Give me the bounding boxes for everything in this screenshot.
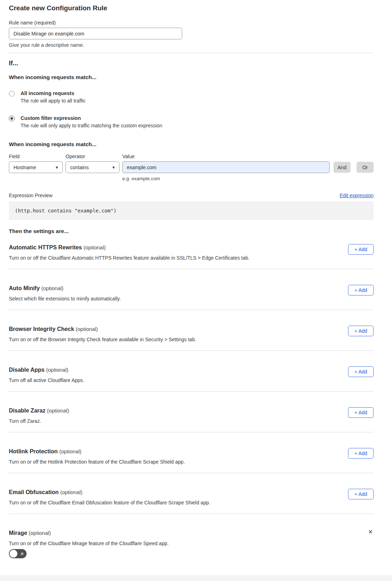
setting-title: Mirage (optional) (9, 530, 374, 536)
radio-option-label: Custom filter expression (21, 115, 162, 121)
setting-title: Hotlink Protection (optional) (9, 448, 374, 455)
toggle-knob (10, 550, 17, 558)
optional-tag: (optional) (76, 326, 98, 332)
section-divider (9, 53, 374, 53)
setting-title: Auto Minify (optional) (9, 285, 374, 292)
radio-selected-icon[interactable] (9, 116, 15, 121)
or-button[interactable]: Or (357, 162, 374, 173)
builder-heading: When incoming requests match... (9, 141, 374, 148)
rule-name-label: Rule name (required) (9, 20, 374, 26)
toggle-off-icon: ✕ (20, 552, 24, 556)
setting-disable-zaraz: Disable Zaraz (optional) Turn off Zaraz.… (9, 408, 374, 432)
setting-title: Email Obfuscation (optional) (9, 489, 374, 496)
value-help: e.g. example.com (122, 176, 374, 181)
optional-tag: (optional) (46, 367, 68, 373)
setting-hotlink-protection: Hotlink Protection (optional) Turn on or… (9, 448, 374, 473)
radio-option-custom-expression[interactable]: Custom filter expression The rule will o… (9, 115, 374, 128)
optional-tag: (optional) (29, 530, 51, 536)
chevron-down-icon: ▼ (55, 165, 59, 170)
field-select[interactable]: Hostname ▼ (9, 161, 63, 173)
radio-unselected-icon[interactable] (9, 91, 15, 96)
expression-preview-label: Expression Preview (9, 193, 52, 198)
setting-automatic-https-rewrites: Automatic HTTPS Rewrites (optional) Turn… (9, 244, 374, 269)
setting-description: Select which file extensions to minify a… (9, 296, 374, 301)
add-button[interactable]: + Add (348, 285, 374, 295)
setting-disable-apps: Disable Apps (optional) Turn off all act… (9, 367, 374, 392)
radio-option-all-requests[interactable]: All incoming requests The rule will appl… (9, 90, 374, 104)
radio-option-description: The rule will only apply to traffic matc… (21, 123, 162, 128)
setting-title: Disable Apps (optional) (9, 367, 374, 373)
setting-description: Turn on or off the Cloudflare Mirage fea… (9, 541, 374, 546)
value-input[interactable] (122, 161, 330, 173)
operator-select[interactable]: contains ▼ (66, 161, 119, 173)
optional-tag: (optional) (59, 448, 82, 454)
field-label: Field (9, 154, 66, 159)
page-title: Create new Configuration Rule (9, 4, 374, 12)
setting-title: Disable Zaraz (optional) (9, 408, 374, 414)
operator-label: Operator (66, 154, 122, 159)
setting-email-obfuscation: Email Obfuscation (optional) Turn on or … (9, 489, 374, 514)
mirage-toggle-off[interactable]: ✕ (9, 549, 27, 558)
add-button[interactable]: + Add (348, 489, 374, 499)
expression-preview-code: (http.host contains "example.com") (9, 201, 374, 220)
match-heading: When incoming requests match... (9, 74, 374, 81)
settings-heading: Then the settings are... (9, 228, 374, 234)
chevron-down-icon: ▼ (112, 165, 116, 170)
edit-expression-link[interactable]: Edit expression (340, 193, 374, 198)
add-button[interactable]: + Add (348, 244, 374, 255)
if-heading: If... (9, 60, 374, 67)
setting-mirage: Mirage (optional) ✕ Turn on or off the C… (9, 530, 374, 566)
setting-description: Turn off Zaraz. (9, 418, 374, 424)
optional-tag: (optional) (47, 408, 69, 414)
add-button[interactable]: + Add (348, 366, 374, 377)
radio-option-description: The rule will apply to all traffic (21, 98, 85, 104)
rule-name-help: Give your rule a descriptive name. (9, 42, 374, 48)
rule-name-input[interactable] (9, 28, 182, 39)
optional-tag: (optional) (84, 244, 106, 250)
create-configuration-rule-page: Create new Configuration Rule Rule name … (0, 0, 392, 581)
setting-title: Automatic HTTPS Rewrites (optional) (9, 244, 374, 251)
setting-title: Browser Integrity Check (optional) (9, 326, 374, 332)
setting-description: Turn on or off the Cloudflare Email Obfu… (9, 500, 374, 505)
setting-description: Turn on or off the Browser Integrity Che… (9, 337, 374, 342)
optional-tag: (optional) (41, 285, 64, 291)
footer-band (0, 575, 392, 581)
operator-select-value: contains (70, 165, 89, 170)
setting-browser-integrity-check: Browser Integrity Check (optional) Turn … (9, 326, 374, 351)
optional-tag: (optional) (60, 489, 83, 495)
close-icon[interactable]: ✕ (368, 529, 373, 535)
radio-option-label: All incoming requests (21, 90, 85, 96)
add-button[interactable]: + Add (348, 407, 374, 418)
setting-description: Turn off all active Cloudflare Apps. (9, 377, 374, 383)
add-button[interactable]: + Add (348, 326, 374, 336)
setting-description: Turn on or off the Cloudflare Automatic … (9, 255, 374, 261)
field-select-value: Hostname (13, 165, 36, 170)
value-label: Value (122, 154, 135, 159)
add-button[interactable]: + Add (348, 448, 374, 459)
and-button[interactable]: And (334, 162, 351, 173)
setting-description: Turn on or off the Hotlink Protection fe… (9, 459, 374, 465)
setting-auto-minify: Auto Minify (optional) Select which file… (9, 285, 374, 310)
